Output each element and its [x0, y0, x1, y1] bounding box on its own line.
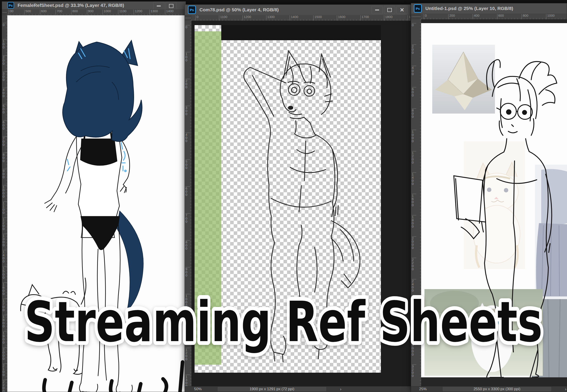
canvas-female-ref-sheet[interactable] [7, 15, 186, 392]
ruler-label: 200 [3, 55, 7, 65]
ruler-label: 1100 [186, 321, 190, 334]
ruler-label: 1000 [546, 14, 554, 19]
ruler-label: 800 [522, 14, 528, 19]
minimize-icon [375, 10, 379, 11]
vertical-ruler[interactable]: 0100200300400500600700800900100011001200… [185, 21, 192, 386]
ruler-label: 2800 [412, 322, 416, 335]
status-bar: 25% 2550 px x 3300 px (300 ppi) › [411, 386, 567, 392]
status-bar: 50% 1900 px x 1291 px (72 ppi) › [185, 386, 411, 392]
horizontal-ruler[interactable]: 02004006008001000 [421, 14, 567, 20]
ruler-label: 1600 [337, 15, 345, 21]
ruler-label: 00 [9, 10, 14, 15]
titlebar[interactable]: Ps Com78.psd @ 50% (Layer 4, RGB/8) ✕ [185, 5, 411, 15]
ruler-label: 1000 [186, 294, 190, 307]
ruler-label: 1600 [3, 282, 7, 295]
ruler-label: 100 [186, 52, 190, 62]
ruler-label: 1200 [412, 151, 416, 164]
canvas-com78[interactable] [195, 25, 381, 373]
horizontal-ruler[interactable]: 0050060070080090010001100120013001400 [7, 9, 186, 15]
fox-character-sketch [195, 25, 381, 373]
ruler-label: 0 [3, 23, 7, 27]
titlebar[interactable]: Ps Untitled-1.psd @ 25% (Layer 10, RGB/8… [411, 3, 567, 14]
canvas-untitled-1[interactable] [421, 23, 567, 377]
zoom-level-field[interactable]: 25% [419, 387, 427, 391]
ruler-label: 2600 [412, 300, 416, 313]
ruler-label: 1700 [3, 299, 7, 311]
ruler-label: 800 [71, 10, 78, 15]
ruler-label: 1100 [219, 15, 227, 21]
ruler-label: 500 [3, 104, 7, 114]
ruler-label: 1300 [149, 10, 158, 15]
ruler-label: 300 [186, 106, 190, 115]
document-window-com78: Ps Com78.psd @ 50% (Layer 4, RGB/8) ✕ 01… [185, 4, 411, 392]
ruler-label: 0 [186, 25, 190, 29]
ruler-label: 1300 [3, 234, 7, 247]
minimize-icon [157, 6, 161, 6]
document-window-untitled-1: Ps Untitled-1.psd @ 25% (Layer 10, RGB/8… [411, 3, 567, 392]
ruler-label: 1000 [102, 10, 111, 15]
ruler-label: 1500 [3, 266, 7, 279]
ruler-label: 800 [412, 109, 416, 118]
ruler-label: 1800 [384, 15, 393, 21]
ruler-label: 900 [87, 10, 94, 15]
ruler-label: 600 [186, 186, 190, 196]
minimize-button[interactable] [153, 2, 164, 10]
ruler-label: 0 [424, 14, 427, 19]
document-size-field[interactable]: 2550 px x 3300 px (300 ppi) [442, 386, 552, 392]
ruler-label: 2100 [3, 364, 7, 377]
horizontal-ruler[interactable]: 0110012001300140015001600170018001900 [191, 15, 411, 21]
ruler-label: 100 [3, 39, 7, 49]
ruler-label: 1300 [266, 15, 275, 21]
ruler-label: 2000 [3, 347, 7, 360]
maximize-button[interactable] [384, 6, 395, 14]
ruler-label: 600 [412, 87, 416, 97]
ruler-label: 1200 [243, 15, 251, 21]
document-size-field[interactable]: 1900 px x 1291 px (72 ppi) [217, 386, 327, 392]
close-icon: ✕ [400, 7, 404, 13]
ruler-origin-corner[interactable] [411, 14, 421, 20]
ruler-label: 1000 [3, 185, 7, 198]
vertical-ruler[interactable]: 0100200300400500600700800900100011001200… [2, 15, 8, 392]
ruler-label: 1400 [290, 15, 298, 21]
ruler-label: 1100 [118, 10, 126, 15]
ruler-label: 500 [186, 160, 190, 169]
ruler-label: 1800 [3, 315, 7, 328]
ruler-origin-corner[interactable] [2, 9, 8, 15]
ruler-label: 1400 [3, 250, 7, 263]
ruler-label: 2200 [3, 380, 7, 392]
ruler-label: 700 [56, 10, 62, 15]
maximize-icon [169, 4, 174, 8]
ruler-label: 500 [24, 10, 31, 15]
close-button[interactable]: ✕ [396, 6, 407, 14]
status-popup-arrow-icon[interactable]: › [565, 387, 566, 392]
ruler-label: 200 [412, 44, 416, 54]
ps-file-icon: Ps [7, 2, 14, 9]
ruler-label: 400 [473, 14, 480, 19]
window-title: FemaleRefSheet.psd @ 33.3% (Layer 47, RG… [17, 3, 124, 8]
ruler-label: 1500 [313, 15, 322, 21]
ruler-label: 900 [186, 267, 190, 277]
reference-collage-and-sketch [421, 23, 567, 377]
ruler-label: 900 [3, 169, 7, 179]
ruler-label: 0 [412, 23, 416, 27]
vertical-ruler[interactable]: 0200400600800100012001400160018002000220… [411, 19, 421, 386]
zoom-level-field[interactable]: 50% [194, 387, 202, 391]
ruler-label: 0 [195, 15, 198, 21]
ruler-label: 1900 [407, 15, 411, 21]
ruler-label: 1100 [3, 201, 7, 214]
origami-star-photo [432, 45, 495, 113]
ruler-origin-corner[interactable] [185, 15, 192, 21]
ruler-label: 1200 [134, 10, 142, 15]
ruler-label: 700 [186, 213, 190, 223]
minimize-button[interactable] [372, 6, 383, 14]
ruler-label: 2000 [412, 237, 416, 249]
status-popup-arrow-icon[interactable]: › [340, 387, 341, 392]
ruler-label: 1200 [186, 348, 190, 361]
maximize-icon [387, 8, 392, 12]
titlebar[interactable]: Ps FemaleRefSheet.psd @ 33.3% (Layer 47,… [2, 1, 186, 9]
ruler-label: 800 [3, 153, 7, 162]
ruler-label: 1600 [412, 194, 416, 207]
maximize-button[interactable] [166, 2, 177, 10]
ruler-label: 1000 [412, 130, 416, 143]
ruler-label: 400 [186, 133, 190, 142]
